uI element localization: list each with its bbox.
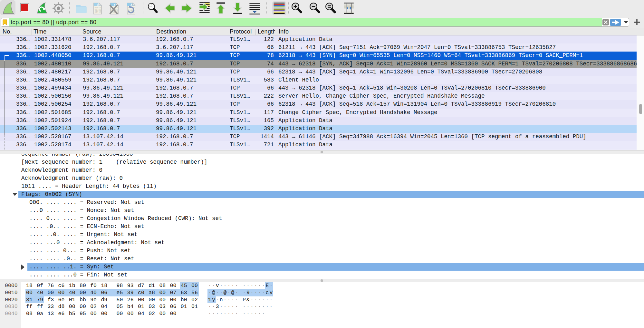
- svg-text:01110: 01110: [94, 11, 101, 13]
